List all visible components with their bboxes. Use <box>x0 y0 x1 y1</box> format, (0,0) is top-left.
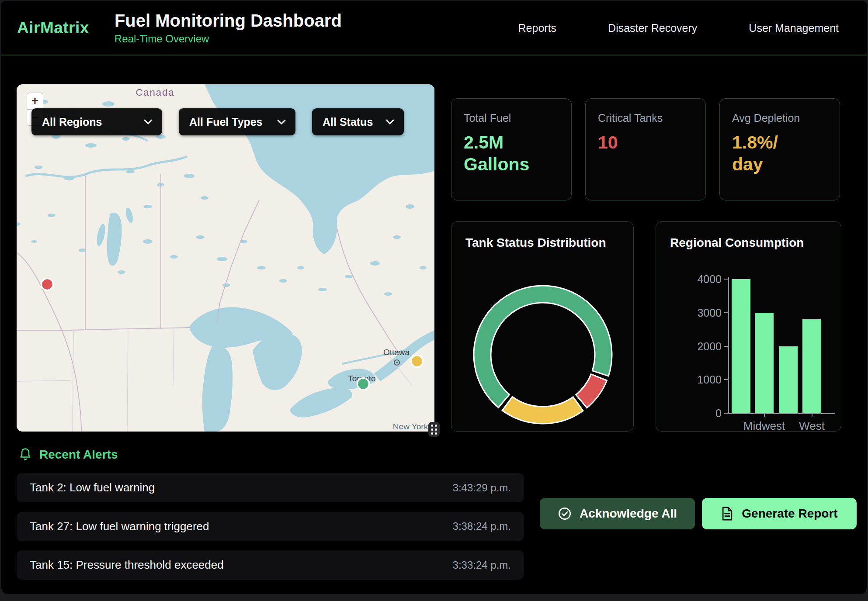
stat-card-avg-depletion: Avg Depletion 1.8%/day <box>719 98 840 200</box>
fuel-type-filter-value: All Fuel Types <box>189 116 263 128</box>
map-filter-row: All Regions All Fuel Types All Status <box>31 108 404 135</box>
y-axis-line <box>728 277 729 414</box>
stat-label: Total Fuel <box>464 112 559 124</box>
stat-label: Critical Tanks <box>598 112 693 124</box>
bar-3 <box>802 319 821 413</box>
nav-item-user-management[interactable]: User Management <box>749 22 839 35</box>
tank-marker-critical[interactable] <box>42 279 53 290</box>
bar-1 <box>755 313 774 413</box>
y-tick-label: 4000 <box>656 273 722 286</box>
y-tick-mark <box>724 346 728 347</box>
x-tick-mark <box>764 413 765 417</box>
status-filter-value: All Status <box>323 116 373 128</box>
stat-card-total-fuel: Total Fuel 2.5MGallons <box>451 98 572 200</box>
stat-value: 1.8%/day <box>732 131 827 175</box>
bar-2 <box>779 346 798 414</box>
alert-time: 3:38:24 p.m. <box>453 520 511 532</box>
donut-segment-warning <box>502 397 583 424</box>
main-nav: Reports Disaster Recovery User Managemen… <box>518 22 839 35</box>
chevron-down-icon <box>277 119 286 124</box>
zoom-in-button[interactable]: + <box>27 93 43 109</box>
tank-status-donut-chart <box>451 222 634 432</box>
y-tick-mark <box>724 379 728 380</box>
nav-item-disaster-recovery[interactable]: Disaster Recovery <box>608 22 697 35</box>
donut-segment-critical <box>576 374 607 408</box>
alert-time: 3:43:29 p.m. <box>453 482 511 494</box>
y-tick-label: 2000 <box>656 340 722 353</box>
dashboard-content: AirMatrix Fuel Monitoring Dashboard Real… <box>1 1 867 594</box>
alert-row[interactable]: Tank 2: Low fuel warning3:43:29 p.m. <box>17 473 524 502</box>
alert-time: 3:33:24 p.m. <box>453 559 511 571</box>
chart-title: Tank Status Distribution <box>465 236 606 250</box>
chevron-down-icon <box>385 119 394 124</box>
x-axis-line <box>728 413 835 414</box>
brand-logo: AirMatrix <box>17 19 89 37</box>
acknowledge-all-label: Acknowledge All <box>580 507 677 521</box>
stat-value: 10 <box>598 131 693 153</box>
region-filter-value: All Regions <box>42 116 102 128</box>
tank-marker-warning[interactable] <box>411 356 423 367</box>
tank-status-chart-card: Tank Status Distribution <box>451 221 634 432</box>
check-circle-icon <box>558 507 572 521</box>
alert-row[interactable]: Tank 27: Low fuel warning triggered3:38:… <box>17 512 524 541</box>
document-icon <box>721 507 734 521</box>
dashboard-page: AirMatrix Fuel Monitoring Dashboard Real… <box>0 0 868 601</box>
regional-consumption-bar-chart: 01000200030004000MidwestWest <box>656 222 841 431</box>
chevron-down-icon <box>144 119 153 124</box>
fuel-map-panel: CanadaOttawaTorontoNew York + − All Regi… <box>17 84 434 432</box>
map-viewport[interactable]: CanadaOttawaTorontoNew York <box>17 84 434 432</box>
map-resize-handle[interactable] <box>428 422 440 437</box>
stat-value: 2.5MGallons <box>464 131 559 175</box>
page-subtitle: Real-Time Overview <box>115 33 342 45</box>
alert-message: Tank 15: Pressure threshold exceeded <box>30 558 224 572</box>
app-header: AirMatrix Fuel Monitoring Dashboard Real… <box>1 1 867 55</box>
alerts-title: Recent Alerts <box>39 448 118 462</box>
alert-row[interactable]: Tank 15: Pressure threshold exceeded3:33… <box>17 550 524 580</box>
status-filter-dropdown[interactable]: All Status <box>312 108 404 135</box>
y-tick-label: 1000 <box>656 373 722 386</box>
page-title: Fuel Monitoring Dashboard <box>115 11 342 30</box>
x-tick-mark <box>812 413 812 417</box>
alert-message: Tank 27: Low fuel warning triggered <box>30 520 209 533</box>
title-block: Fuel Monitoring Dashboard Real-Time Over… <box>115 11 342 45</box>
y-tick-mark <box>724 312 728 313</box>
regional-consumption-chart-card: Regional Consumption 01000200030004000Mi… <box>656 221 841 432</box>
nav-item-reports[interactable]: Reports <box>518 22 557 35</box>
generate-report-button[interactable]: Generate Report <box>702 498 857 529</box>
y-tick-mark <box>724 413 728 414</box>
map-label-canada: Canada <box>135 87 174 98</box>
generate-report-label: Generate Report <box>742 507 837 521</box>
bar-0 <box>732 279 750 413</box>
acknowledge-all-button[interactable]: Acknowledge All <box>540 498 695 529</box>
tank-marker-normal[interactable] <box>358 378 369 390</box>
stat-card-critical-tanks: Critical Tanks 10 <box>585 98 706 200</box>
alert-message: Tank 2: Low fuel warning <box>30 481 155 494</box>
region-filter-dropdown[interactable]: All Regions <box>31 108 162 135</box>
y-tick-label: 3000 <box>656 307 722 319</box>
y-tick-mark <box>724 279 728 280</box>
x-category-label: West <box>781 419 843 433</box>
fuel-type-filter-dropdown[interactable]: All Fuel Types <box>179 108 295 135</box>
map-label-ottawa: Ottawa <box>383 348 410 357</box>
y-tick-label: 0 <box>656 407 722 420</box>
map-canvas[interactable]: CanadaOttawaTorontoNew York <box>17 84 434 432</box>
recent-alerts-header: Recent Alerts <box>19 448 118 462</box>
stat-label: Avg Depletion <box>732 112 827 124</box>
bell-icon <box>19 448 32 462</box>
map-label-new-york: New York <box>393 422 428 431</box>
